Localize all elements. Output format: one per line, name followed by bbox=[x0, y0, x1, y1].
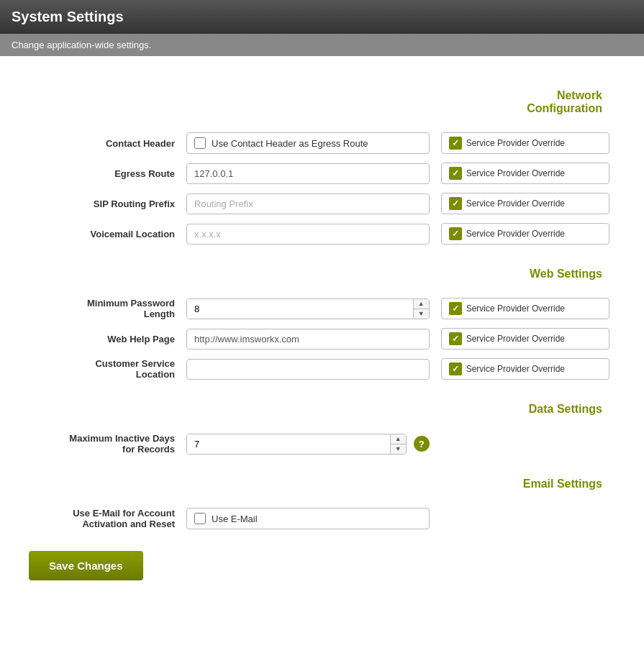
customer-service-override-icon bbox=[449, 362, 462, 375]
max-inactive-days-decrement-btn[interactable]: ▼ bbox=[391, 444, 406, 454]
customer-service-label: Customer Service Location bbox=[29, 354, 181, 384]
customer-service-input[interactable] bbox=[186, 359, 430, 380]
contact-header-override-btn[interactable]: Service Provider Override bbox=[441, 132, 609, 154]
section-email-title: Email Settings bbox=[35, 478, 609, 490]
min-password-override-label: Service Provider Override bbox=[466, 304, 565, 314]
min-password-override-btn[interactable]: Service Provider Override bbox=[441, 298, 609, 319]
voicemail-location-override-btn[interactable]: Service Provider Override bbox=[441, 223, 609, 245]
customer-service-override-label: Service Provider Override bbox=[466, 364, 565, 374]
contact-header-override-icon bbox=[449, 137, 462, 150]
page-subtitle: Change application-wide settings. bbox=[12, 40, 151, 50]
max-inactive-days-label: Maximum Inactive Days for Records bbox=[29, 429, 181, 459]
egress-route-label: Egress Route bbox=[29, 158, 181, 188]
section-network-title: Network Configuration bbox=[35, 89, 609, 115]
min-password-input[interactable] bbox=[187, 299, 413, 319]
min-password-spinner-btns: ▲ ▼ bbox=[413, 299, 429, 319]
use-email-checkbox-label: Use E-Mail bbox=[212, 514, 258, 524]
contact-header-override-label: Service Provider Override bbox=[466, 138, 565, 148]
min-password-decrement-btn[interactable]: ▼ bbox=[414, 309, 429, 319]
contact-header-checkbox-row[interactable]: Use Contact Header as Egress Route bbox=[186, 132, 430, 154]
egress-route-override-label: Service Provider Override bbox=[466, 168, 565, 178]
max-inactive-days-input[interactable] bbox=[187, 434, 390, 454]
max-inactive-days-spinner[interactable]: ▲ ▼ bbox=[186, 434, 407, 455]
page-subtitle-bar: Change application-wide settings. bbox=[0, 34, 644, 56]
min-password-override-icon bbox=[449, 302, 462, 315]
web-help-page-override-label: Service Provider Override bbox=[466, 334, 565, 344]
sip-routing-prefix-input[interactable] bbox=[186, 193, 430, 214]
sip-routing-prefix-label: SIP Routing Prefix bbox=[29, 188, 181, 219]
customer-service-override-btn[interactable]: Service Provider Override bbox=[441, 358, 609, 380]
contact-header-field: Use Contact Header as Egress Route bbox=[181, 128, 435, 158]
contact-header-checkbox[interactable] bbox=[194, 137, 206, 149]
section-data-title: Data Settings bbox=[35, 403, 609, 416]
voicemail-location-input[interactable] bbox=[186, 224, 430, 245]
web-help-page-label: Web Help Page bbox=[29, 324, 181, 354]
use-email-label: Use E-Mail for Account Activation and Re… bbox=[29, 503, 181, 534]
voicemail-location-override-icon bbox=[449, 227, 462, 240]
page-header: System Settings bbox=[0, 0, 644, 34]
use-email-checkbox[interactable] bbox=[194, 513, 206, 524]
egress-route-override-btn[interactable]: Service Provider Override bbox=[441, 163, 609, 184]
contact-header-label: Contact Header bbox=[29, 128, 181, 158]
contact-header-checkbox-label: Use Contact Header as Egress Route bbox=[212, 138, 368, 149]
max-inactive-days-spinner-btns: ▲ ▼ bbox=[390, 434, 406, 454]
section-web-title: Web Settings bbox=[35, 268, 609, 280]
web-help-page-override-icon bbox=[449, 332, 462, 345]
min-password-increment-btn[interactable]: ▲ bbox=[414, 299, 429, 309]
sip-routing-prefix-override-btn[interactable]: Service Provider Override bbox=[441, 193, 609, 214]
egress-route-override-icon bbox=[449, 167, 462, 180]
min-password-spinner[interactable]: ▲ ▼ bbox=[186, 298, 430, 319]
voicemail-location-label: Voicemail Location bbox=[29, 219, 181, 249]
web-help-page-override-btn[interactable]: Service Provider Override bbox=[441, 328, 609, 350]
voicemail-location-override-label: Service Provider Override bbox=[466, 229, 565, 239]
page-title: System Settings bbox=[12, 9, 632, 25]
web-help-page-input[interactable] bbox=[186, 329, 430, 350]
sip-routing-prefix-override-label: Service Provider Override bbox=[466, 198, 565, 209]
max-inactive-days-help-icon[interactable]: ? bbox=[414, 436, 430, 452]
save-changes-button[interactable]: Save Changes bbox=[29, 551, 143, 580]
max-inactive-days-increment-btn[interactable]: ▲ bbox=[391, 434, 406, 444]
min-password-label: Minimum Password Length bbox=[29, 293, 181, 324]
use-email-checkbox-row[interactable]: Use E-Mail bbox=[186, 508, 430, 529]
sip-routing-prefix-override-icon bbox=[449, 197, 462, 210]
egress-route-input[interactable] bbox=[186, 163, 430, 184]
